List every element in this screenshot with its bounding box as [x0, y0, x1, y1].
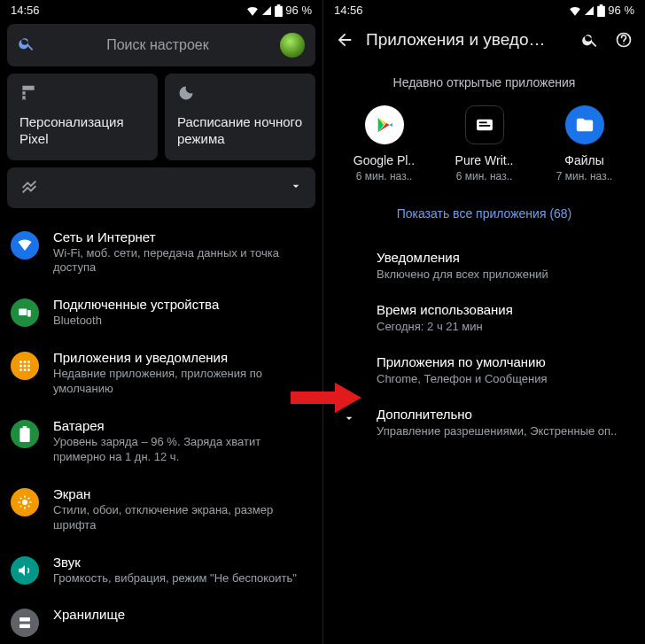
status-battery-text: 96 % [285, 4, 312, 17]
svg-line-16 [20, 497, 22, 499]
setting-row-2[interactable]: Приложения по умолчаниюChrome, Телефон и… [323, 344, 645, 396]
signal-icon [584, 5, 594, 16]
avatar[interactable] [280, 33, 305, 58]
settings-item-title: Экран [53, 486, 308, 501]
tile-personalization-title: Персонализация Pixel [19, 114, 145, 148]
help-button[interactable] [611, 27, 636, 52]
settings-item-devices[interactable]: Подключенные устройстваBluetooth [7, 286, 315, 339]
moon-icon [177, 84, 303, 105]
svg-point-2 [19, 361, 22, 363]
settings-item-apps[interactable]: Приложения и уведомленияНедавние приложе… [7, 339, 315, 407]
status-bar: 14:56 96 % [323, 0, 645, 19]
wifi-icon [11, 231, 39, 260]
setting-row-title: Время использования [377, 302, 631, 317]
svg-point-3 [24, 361, 27, 363]
svg-point-11 [22, 500, 27, 505]
app-sub: 6 мин. наз.. [440, 170, 529, 182]
search-settings[interactable]: Поиск настроек [7, 24, 315, 66]
settings-item-display[interactable]: ЭкранСтили, обои, отключение экрана, раз… [7, 476, 315, 544]
see-all-apps[interactable]: Показать все приложения (68) [323, 206, 645, 221]
settings-item-sub: Bluetooth [53, 314, 308, 329]
status-bar: 14:56 96 % [0, 0, 322, 19]
battery-icon [275, 4, 283, 17]
recent-app-2[interactable]: Файлы7 мин. наз.. [540, 105, 629, 182]
brush-icon [19, 84, 145, 105]
battery-icon [597, 4, 605, 17]
recent-apps-header: Недавно открытые приложения [323, 75, 645, 89]
svg-rect-1 [27, 310, 31, 317]
settings-item-storage[interactable]: Хранилище [7, 596, 315, 644]
status-right: 96 % [246, 4, 312, 17]
nearby-icon [19, 176, 39, 199]
app-bar: Приложения и уведо… [323, 19, 645, 63]
settings-item-sub: Уровень заряда – 96 %. Заряда хватит при… [53, 435, 308, 465]
see-all-link[interactable]: Показать все приложения (68) [397, 206, 572, 221]
signal-icon [261, 5, 272, 16]
settings-item-wifi[interactable]: Сеть и ИнтернетWi-Fi, моб. сети, передач… [7, 219, 315, 287]
phone-settings-root: 14:56 96 % Поиск настроек [0, 0, 322, 644]
settings-list: Сеть и ИнтернетWi-Fi, моб. сети, передач… [7, 219, 315, 645]
svg-rect-25 [478, 121, 486, 123]
app-icon [465, 105, 504, 144]
search-button[interactable] [578, 27, 602, 52]
svg-point-9 [24, 369, 27, 371]
page-title: Приложения и уведо… [366, 30, 569, 50]
svg-line-17 [28, 505, 30, 507]
settings-item-sub: Wi-Fi, моб. сети, передача данных и точк… [53, 246, 308, 276]
back-button[interactable] [332, 27, 357, 52]
status-battery-text: 96 % [608, 4, 634, 17]
settings-item-title: Приложения и уведомления [53, 350, 308, 365]
svg-point-5 [19, 365, 22, 368]
setting-row-0[interactable]: УведомленияВключено для всех приложений [323, 239, 645, 291]
app-name: Pure Writ.. [440, 153, 529, 167]
svg-line-19 [28, 497, 30, 499]
apps-icon [11, 352, 39, 380]
settings-item-title: Хранилище [53, 607, 308, 622]
wifi-icon [246, 5, 259, 16]
tile-personalization[interactable]: Персонализация Pixel [7, 74, 158, 160]
app-name: Google Pl.. [340, 153, 429, 167]
status-time: 14:56 [11, 4, 40, 17]
settings-item-sub: Недавние приложения, приложения по умолч… [53, 367, 308, 397]
settings-item-title: Сеть и Интернет [53, 229, 308, 244]
svg-point-4 [27, 361, 30, 363]
status-time: 14:56 [334, 4, 363, 17]
setting-row-sub: Управление разрешениями, Экстренные оп.. [377, 424, 631, 438]
app-name: Файлы [540, 153, 629, 167]
settings-item-title: Батарея [53, 418, 308, 433]
settings-item-title: Звук [53, 555, 308, 570]
app-icon [365, 105, 404, 144]
svg-point-8 [19, 369, 22, 371]
settings-item-battery[interactable]: БатареяУровень заряда – 96 %. Заряда хва… [7, 407, 315, 476]
app-sub: 6 мин. наз.. [340, 170, 429, 182]
tile-nearby-share[interactable] [7, 167, 315, 208]
svg-point-23 [623, 43, 624, 44]
recent-app-0[interactable]: Google Pl..6 мин. наз.. [340, 105, 429, 182]
settings-item-sound[interactable]: ЗвукГромкость, вибрация, режим "Не беспо… [7, 544, 315, 597]
search-icon [18, 35, 35, 56]
svg-rect-21 [19, 625, 30, 629]
settings-item-sub: Громкость, вибрация, режим "Не беспокоит… [53, 571, 308, 586]
chevron-down-icon [339, 408, 359, 428]
display-icon [11, 488, 39, 516]
storage-icon [11, 609, 39, 637]
svg-rect-20 [19, 617, 30, 622]
setting-row-3[interactable]: ДополнительноУправление разрешениями, Эк… [323, 396, 645, 448]
setting-row-sub: Включено для всех приложений [377, 268, 631, 281]
setting-row-title: Дополнительно [377, 407, 631, 422]
wifi-icon [569, 5, 581, 16]
phone-apps-notifications: 14:56 96 % Приложения и уведо… Недавно о… [322, 0, 645, 644]
svg-point-7 [27, 365, 30, 368]
battery-icon [11, 420, 39, 448]
tile-night-title: Расписание ночного режима [177, 114, 303, 148]
recent-app-1[interactable]: Pure Writ..6 мин. наз.. [440, 105, 529, 182]
app-sub: 7 мин. наз.. [540, 170, 629, 182]
setting-row-sub: Сегодня: 2 ч 21 мин [377, 320, 631, 333]
app-icon [565, 105, 604, 144]
svg-point-10 [27, 369, 30, 371]
setting-row-title: Приложения по умолчанию [377, 354, 631, 369]
setting-row-sub: Chrome, Телефон и Сообщения [377, 372, 631, 385]
svg-line-18 [20, 505, 22, 507]
tile-night-schedule[interactable]: Расписание ночного режима [165, 74, 315, 160]
setting-row-1[interactable]: Время использованияСегодня: 2 ч 21 мин [323, 291, 645, 344]
